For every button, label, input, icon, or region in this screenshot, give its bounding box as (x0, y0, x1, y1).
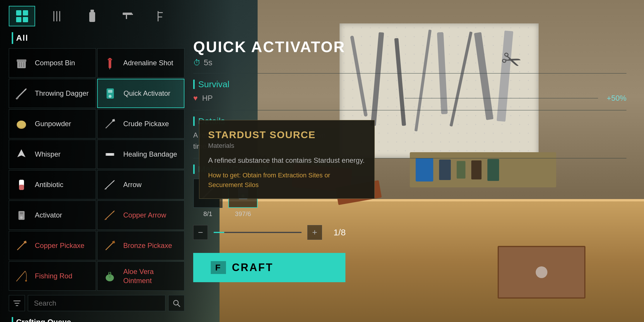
item-bronze-pickaxe[interactable]: Bronze Pickaxe (97, 231, 184, 260)
survival-label: Survival (198, 79, 229, 89)
detail-cooldown: ⏱ 5s (193, 58, 626, 67)
hp-icon: ♥ (193, 94, 198, 103)
copper-pickaxe-icon (13, 238, 30, 254)
stat-divider (405, 98, 598, 98)
throwing-dagger-icon (13, 85, 30, 102)
aloe-vera-icon (102, 268, 118, 284)
copper-arrow-icon (102, 207, 118, 223)
queue-bar (12, 317, 13, 322)
nav-tab-weapons[interactable] (114, 6, 141, 26)
svg-point-51 (25, 280, 27, 282)
svg-rect-16 (17, 59, 26, 62)
crude-pickaxe-icon (102, 116, 118, 132)
compost-bin-icon (13, 55, 30, 71)
adrenaline-shot-icon (102, 55, 118, 71)
item-name-quick-activator: Quick Activator (124, 89, 170, 98)
detail-panel: QUICK ACTIVATOR ⏱ 5s Survival ♥ HP +50% (184, 32, 635, 322)
arrow-icon (102, 177, 118, 193)
craft-label: CRAFT (232, 261, 273, 274)
item-name-fishing-rod: Fishing Rod (35, 271, 72, 280)
survival-section: Survival ♥ HP +50% (193, 79, 626, 104)
search-input[interactable] (28, 295, 165, 311)
cooldown-value: 5s (204, 58, 213, 67)
craft-button-container: F CRAFT (193, 253, 626, 282)
item-compost-bin[interactable]: Compost Bin (9, 48, 96, 78)
divider-2 (193, 110, 626, 110)
item-name-antibiotic: Antibiotic (35, 180, 63, 189)
item-name-whisper: Whisper (35, 150, 61, 159)
left-panel: All Compost Bin (9, 32, 184, 322)
svg-rect-2 (16, 17, 21, 22)
item-aloe-vera-ointment[interactable]: Aloe Vera Ointment (97, 261, 184, 291)
nav-tab-tools[interactable] (44, 6, 70, 26)
svg-point-30 (17, 121, 25, 128)
item-arrow[interactable]: Arrow (97, 170, 184, 199)
item-whisper[interactable]: Whisper (9, 140, 96, 169)
item-healing-bandage[interactable]: Healing Bandage (97, 140, 184, 169)
quantity-increase[interactable]: + (307, 225, 322, 240)
search-button[interactable] (168, 295, 184, 311)
svg-rect-7 (90, 10, 94, 12)
item-name-throwing-dagger: Throwing Dagger (35, 89, 89, 98)
items-grid: Compost Bin Adrenaline Shot (9, 48, 184, 291)
item-crude-pickaxe[interactable]: Crude Pickaxe (97, 109, 184, 138)
item-activator[interactable]: Activator (9, 201, 96, 230)
nav-tab-all[interactable] (9, 6, 35, 26)
item-adrenaline-shot[interactable]: Adrenaline Shot (97, 48, 184, 78)
hp-stat-row: ♥ HP +50% (193, 92, 626, 104)
item-name-copper-arrow: Copper Arrow (123, 210, 166, 220)
svg-rect-43 (20, 212, 23, 214)
quantity-slider[interactable] (214, 232, 302, 233)
item-name-healing-bandage: Healing Bandage (123, 150, 177, 159)
healing-bandage-icon (102, 146, 118, 162)
quantity-decrease[interactable]: − (193, 225, 208, 240)
clock-icon: ⏱ (193, 58, 201, 67)
tooltip-howto: How to get: Obtain from Extraction Sites… (208, 170, 366, 190)
survival-section-title: Survival (193, 79, 626, 89)
content-area: All Compost Bin (0, 32, 644, 322)
svg-rect-21 (108, 59, 112, 60)
nav-tab-consumables[interactable] (79, 6, 105, 26)
item-quick-activator[interactable]: Quick Activator (97, 79, 184, 108)
gunpowder-icon (13, 116, 30, 132)
svg-marker-10 (132, 14, 133, 15)
item-throwing-dagger[interactable]: Throwing Dagger (9, 79, 96, 108)
tooltip-title: STARDUST SOURCE (208, 129, 366, 141)
item-copper-pickaxe[interactable]: Copper Pickaxe (9, 231, 96, 260)
item-gunpowder[interactable]: Gunpowder (9, 109, 96, 138)
item-name-bronze-pickaxe: Bronze Pickaxe (123, 241, 172, 250)
tooltip-description: A refined substance that contains Stardu… (208, 155, 366, 166)
nav-tab-resources[interactable] (149, 6, 176, 26)
filter-button[interactable] (9, 295, 25, 311)
svg-rect-3 (23, 17, 28, 22)
svg-rect-0 (16, 10, 21, 16)
item-copper-arrow[interactable]: Copper Arrow (97, 201, 184, 230)
category-header: All (9, 32, 184, 48)
hp-value: +50% (607, 94, 626, 103)
svg-rect-38 (19, 185, 24, 190)
svg-rect-8 (89, 12, 95, 22)
svg-rect-34 (106, 153, 107, 156)
queue-header: Crafting Queue (9, 317, 184, 322)
material-count-0: 8/1 (203, 210, 213, 218)
item-antibiotic[interactable]: Antibiotic (9, 170, 96, 199)
svg-rect-27 (108, 90, 112, 93)
quick-activator-icon (102, 85, 118, 102)
item-name-compost-bin: Compost Bin (35, 58, 75, 67)
craft-button[interactable]: F CRAFT (193, 253, 345, 282)
whisper-icon (13, 146, 30, 162)
craft-key: F (211, 261, 226, 274)
search-bar (9, 292, 184, 314)
crafting-queue: Crafting Queue Nothing in Crafting Queue (9, 317, 184, 322)
item-name-aloe-vera-ointment: Aloe Vera Ointment (123, 267, 180, 285)
item-fishing-rod[interactable]: Fishing Rod (9, 261, 96, 291)
svg-rect-11 (126, 15, 127, 19)
item-name-copper-pickaxe: Copper Pickaxe (35, 241, 84, 250)
queue-label: Crafting Queue (16, 318, 71, 322)
category-label: All (16, 33, 28, 43)
svg-point-56 (174, 300, 178, 305)
hp-label: HP (202, 94, 395, 103)
main-ui: All Compost Bin (0, 0, 644, 322)
svg-rect-1 (23, 10, 28, 16)
svg-line-57 (178, 304, 180, 307)
